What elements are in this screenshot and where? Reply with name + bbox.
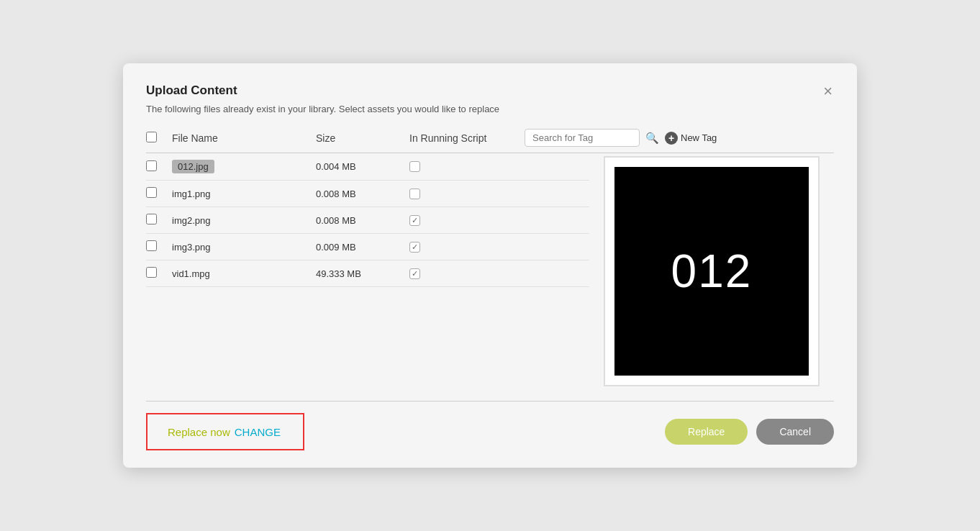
dialog-header: Upload Content × bbox=[146, 83, 834, 99]
script-cell-3 bbox=[409, 215, 525, 226]
preview-area: 012 bbox=[589, 153, 834, 386]
header-select-all[interactable] bbox=[146, 132, 172, 145]
upload-content-dialog: Upload Content × The following files alr… bbox=[123, 63, 857, 468]
script-checkbox-2 bbox=[409, 189, 420, 199]
table-row: img3.png 0.009 MB bbox=[146, 234, 589, 260]
table-row: img1.png 0.008 MB bbox=[146, 181, 589, 207]
row-checkbox-1[interactable] bbox=[146, 160, 157, 171]
script-checkbox-1 bbox=[409, 161, 420, 172]
filename-label-4: img3.png bbox=[172, 242, 210, 253]
script-checkbox-5 bbox=[409, 268, 420, 279]
row-check-1[interactable] bbox=[146, 160, 172, 173]
size-cell-2: 0.008 MB bbox=[316, 189, 409, 199]
table-row: img2.png 0.008 MB bbox=[146, 207, 589, 234]
header-filename: File Name bbox=[172, 132, 316, 144]
row-checkbox-5[interactable] bbox=[146, 267, 157, 278]
change-label[interactable]: CHANGE bbox=[235, 426, 281, 438]
row-check-5[interactable] bbox=[146, 267, 172, 280]
row-checkbox-2[interactable] bbox=[146, 187, 157, 198]
preview-image: 012 bbox=[614, 167, 809, 376]
filename-cell-4: img3.png bbox=[172, 241, 316, 253]
table-header: File Name Size In Running Script 🔍 + New… bbox=[146, 129, 834, 153]
size-cell-1: 0.004 MB bbox=[316, 161, 409, 172]
search-icon[interactable]: 🔍 bbox=[645, 132, 659, 145]
row-checkbox-4[interactable] bbox=[146, 240, 157, 251]
script-cell-4 bbox=[409, 242, 525, 253]
filename-cell-3: img2.png bbox=[172, 214, 316, 226]
preview-box: 012 bbox=[604, 156, 820, 386]
replace-button[interactable]: Replace bbox=[665, 419, 748, 445]
close-button[interactable]: × bbox=[822, 83, 834, 99]
filename-cell-1: 012.jpg bbox=[172, 160, 316, 173]
preview-text: 012 bbox=[671, 245, 753, 298]
row-checkbox-3[interactable] bbox=[146, 214, 157, 224]
replace-now-label: Replace now bbox=[168, 426, 230, 438]
script-checkbox-4 bbox=[409, 242, 420, 253]
filename-cell-2: img1.png bbox=[172, 188, 316, 199]
dialog-subtitle: The following files already exist in you… bbox=[146, 104, 834, 114]
filename-cell-5: vid1.mpg bbox=[172, 268, 316, 279]
header-script: In Running Script bbox=[409, 132, 525, 144]
new-tag-label: New Tag bbox=[681, 132, 717, 143]
row-check-4[interactable] bbox=[146, 240, 172, 253]
table-row: vid1.mpg 49.333 MB bbox=[146, 260, 589, 287]
search-tag-input[interactable] bbox=[525, 129, 640, 147]
file-list: 012.jpg 0.004 MB img1.png 0.008 MB bbox=[146, 153, 589, 386]
replace-now-box: Replace now CHANGE bbox=[146, 413, 304, 450]
footer-buttons: Replace Cancel bbox=[665, 419, 834, 445]
script-checkbox-3 bbox=[409, 215, 420, 226]
dialog-footer: Replace now CHANGE Replace Cancel bbox=[146, 401, 834, 450]
dialog-title: Upload Content bbox=[146, 83, 237, 98]
cancel-button[interactable]: Cancel bbox=[756, 419, 834, 445]
filename-label-5: vid1.mpg bbox=[172, 268, 210, 279]
script-cell-5 bbox=[409, 268, 525, 279]
size-cell-4: 0.009 MB bbox=[316, 242, 409, 253]
row-check-3[interactable] bbox=[146, 214, 172, 227]
header-size: Size bbox=[316, 132, 409, 144]
script-cell-2 bbox=[409, 189, 525, 199]
filename-label-2: img1.png bbox=[172, 189, 210, 199]
new-tag-plus-icon: + bbox=[665, 132, 678, 145]
row-check-2[interactable] bbox=[146, 187, 172, 200]
header-tag: 🔍 + New Tag bbox=[525, 129, 834, 147]
script-cell-1 bbox=[409, 161, 525, 172]
size-cell-5: 49.333 MB bbox=[316, 268, 409, 279]
select-all-checkbox[interactable] bbox=[146, 132, 157, 142]
filename-label-1: 012.jpg bbox=[172, 160, 214, 173]
size-cell-3: 0.008 MB bbox=[316, 215, 409, 226]
table-row: 012.jpg 0.004 MB bbox=[146, 153, 589, 181]
filename-label-3: img2.png bbox=[172, 215, 210, 226]
new-tag-button[interactable]: + New Tag bbox=[665, 132, 717, 145]
main-content: 012.jpg 0.004 MB img1.png 0.008 MB bbox=[146, 153, 834, 386]
